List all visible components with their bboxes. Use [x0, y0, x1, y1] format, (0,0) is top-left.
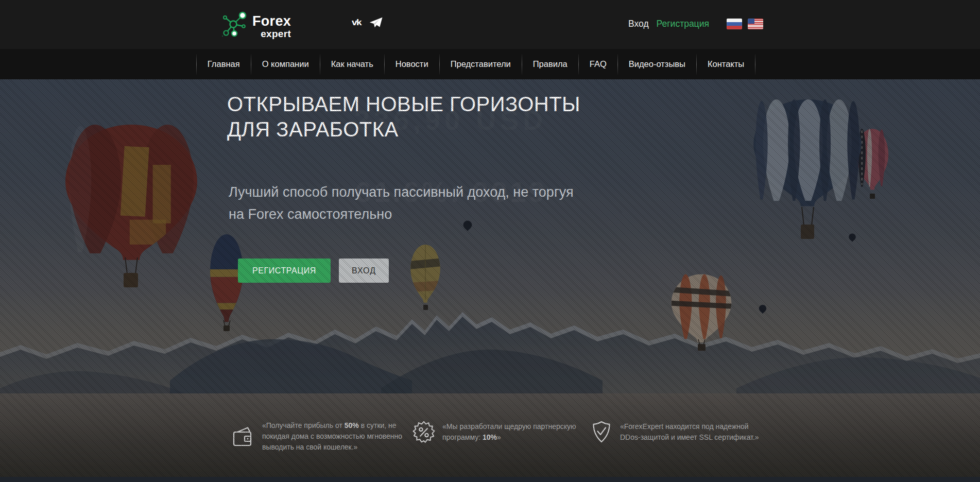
shield-check-icon: [590, 420, 613, 444]
register-button[interactable]: РЕГИСТРАЦИЯ: [238, 259, 331, 283]
feature-text-pre: «ForexExpert находится под надежной DDos…: [620, 422, 759, 441]
nav-item-home[interactable]: Главная: [197, 59, 251, 69]
site-header: Forex expert vk Вход Регистрация: [0, 0, 980, 49]
page-subtitle-line2: на Forex самостоятельно: [229, 203, 574, 226]
feature-referral: «Мы разработали щедрую партнерскую прогр…: [412, 420, 582, 444]
nav-item-how-to-start[interactable]: Как начать: [320, 59, 384, 69]
page-title-line1: ОТКРЫВАЕМ НОВЫЕ ГОРИЗОНТЫ: [227, 92, 580, 117]
nav-item-about[interactable]: О компании: [251, 59, 320, 69]
bottom-strip: [0, 477, 980, 482]
nav-item-rules[interactable]: Правила: [522, 59, 578, 69]
wallet-icon: [232, 425, 255, 449]
percent-badge-icon: [412, 420, 436, 444]
page-subtitle-line1: Лучший способ получать пассивный доход, …: [229, 181, 574, 203]
feature-security-text: «ForexExpert находится под надежной DDos…: [620, 421, 760, 443]
page: Forex expert vk Вход Регистрация Главная…: [0, 0, 980, 482]
feature-referral-text: «Мы разработали щедрую партнерскую прогр…: [442, 421, 582, 443]
cta-row: РЕГИСТРАЦИЯ ВХОД: [238, 259, 389, 283]
feature-text-post: »: [497, 433, 501, 441]
feature-text-pre: «Получайте прибыль от: [262, 421, 345, 429]
nav-item-representatives[interactable]: Представители: [440, 59, 522, 69]
feature-profit-text: «Получайте прибыль от 50% в сутки, не по…: [262, 420, 402, 453]
feature-security: «ForexExpert находится под надежной DDos…: [590, 420, 760, 444]
nav-separator: [755, 54, 755, 75]
hero-content: ОТКРЫВАЕМ НОВЫЕ ГОРИЗОНТЫ ДЛЯ ЗАРАБОТКА …: [0, 79, 980, 482]
nav-item-news[interactable]: Новости: [385, 59, 439, 69]
page-title-line2: ДЛЯ ЗАРАБОТКА: [227, 117, 580, 142]
brand-wordmark: Forex expert: [252, 14, 291, 39]
register-link[interactable]: Регистрация: [657, 19, 709, 29]
auth-area: Вход Регистрация: [628, 19, 763, 29]
nav-item-contacts[interactable]: Контакты: [697, 59, 755, 69]
nav-item-video-reviews[interactable]: Видео-отзывы: [618, 59, 696, 69]
feature-text-pre: «Мы разработали щедрую партнерскую прогр…: [442, 422, 576, 441]
logo-molecule-icon: [220, 10, 248, 37]
telegram-icon[interactable]: [369, 17, 383, 28]
language-flag-ru[interactable]: [727, 19, 742, 29]
brand-logo[interactable]: Forex expert: [220, 10, 291, 39]
hero-section: 236,90 USD 61.6%: 9919: [0, 79, 980, 482]
language-flag-us[interactable]: [748, 19, 763, 29]
feature-profit: «Получайте прибыль от 50% в сутки, не по…: [232, 420, 402, 453]
feature-text-bold: 50%: [345, 421, 359, 429]
vk-icon[interactable]: vk: [352, 17, 361, 28]
page-title: ОТКРЫВАЕМ НОВЫЕ ГОРИЗОНТЫ ДЛЯ ЗАРАБОТКА: [227, 92, 580, 142]
brand-subname: expert: [252, 29, 291, 39]
social-links: vk: [352, 17, 383, 28]
nav-item-faq[interactable]: FAQ: [579, 59, 617, 69]
login-link[interactable]: Вход: [628, 19, 649, 29]
page-subtitle: Лучший способ получать пассивный доход, …: [229, 181, 574, 226]
brand-name: Forex: [252, 14, 291, 28]
feature-text-bold: 10%: [483, 433, 497, 441]
main-nav: Главная О компании Как начать Новости Пр…: [0, 49, 980, 79]
login-button[interactable]: ВХОД: [339, 259, 389, 283]
